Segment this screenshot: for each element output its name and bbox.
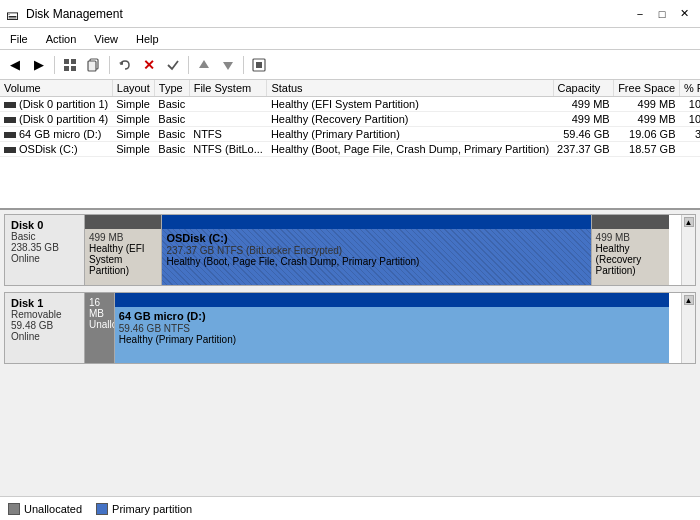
- cell-type: Basic: [154, 112, 189, 127]
- cell-pctfree: 8 %: [680, 142, 700, 157]
- col-header-freespace: Free Space: [614, 80, 680, 97]
- cell-volume: (Disk 0 partition 1): [0, 97, 112, 112]
- toolbar-separator-1: [54, 56, 55, 74]
- col-header-type: Type: [154, 80, 189, 97]
- partition-size: 499 MB: [596, 232, 665, 243]
- disk-header: Disk 1 Removable 59.48 GB Online 16 MB U…: [5, 293, 695, 363]
- cell-fs: NTFS: [189, 127, 267, 142]
- toolbar-separator-3: [188, 56, 189, 74]
- toolbar-back[interactable]: ◀: [4, 54, 26, 76]
- svg-marker-8: [223, 62, 233, 70]
- cell-volume: 64 GB micro (D:): [0, 127, 112, 142]
- disk-table: Volume Layout Type File System Status Ca…: [0, 80, 700, 157]
- menu-bar: File Action View Help: [0, 28, 700, 50]
- title-bar: 🖴 Disk Management − □ ✕: [0, 0, 700, 28]
- partition-info: Healthy (Recovery Partition): [596, 243, 665, 276]
- partition-size: 16 MB: [89, 297, 110, 319]
- graphic-area: Disk 0 Basic 238.35 GB Online 499 MB Hea…: [0, 210, 700, 496]
- partition-info: Unallocated: [89, 319, 110, 330]
- table-row[interactable]: OSDisk (C:)SimpleBasicNTFS (BitLo...Heal…: [0, 142, 700, 157]
- table-row[interactable]: (Disk 0 partition 4)SimpleBasicHealthy (…: [0, 112, 700, 127]
- disk-label: Disk 1 Removable 59.48 GB Online: [5, 293, 85, 363]
- scroll-indicator[interactable]: ▲: [681, 293, 695, 363]
- disk-label-type: Removable: [11, 309, 78, 320]
- svg-rect-0: [64, 59, 69, 64]
- disk-table-area: Volume Layout Type File System Status Ca…: [0, 80, 700, 210]
- window-title: Disk Management: [26, 7, 123, 21]
- disk-block: Disk 1 Removable 59.48 GB Online 16 MB U…: [4, 292, 696, 364]
- partition-size: 59.46 GB NTFS: [119, 323, 665, 334]
- minimize-button[interactable]: −: [630, 4, 650, 24]
- maximize-button[interactable]: □: [652, 4, 672, 24]
- partition-header-bar: [115, 293, 669, 307]
- cell-volume: (Disk 0 partition 4): [0, 112, 112, 127]
- cell-pctfree: 32 %: [680, 127, 700, 142]
- cell-freespace: 18.57 GB: [614, 142, 680, 157]
- cell-fs: NTFS (BitLo...: [189, 142, 267, 157]
- cell-fs: [189, 97, 267, 112]
- toolbar-check[interactable]: [162, 54, 184, 76]
- cell-status: Healthy (Boot, Page File, Crash Dump, Pr…: [267, 142, 553, 157]
- partition-info: Healthy (Boot, Page File, Crash Dump, Pr…: [166, 256, 586, 267]
- partition-size: 237.37 GB NTFS (BitLocker Encrypted): [166, 245, 586, 256]
- menu-action[interactable]: Action: [42, 32, 81, 46]
- cell-capacity: 59.46 GB: [553, 127, 614, 142]
- cell-layout: Simple: [112, 112, 154, 127]
- title-bar-left: 🖴 Disk Management: [6, 7, 123, 21]
- toolbar-copy[interactable]: [83, 54, 105, 76]
- col-header-layout: Layout: [112, 80, 154, 97]
- legend-primary-label: Primary partition: [112, 503, 192, 515]
- partition[interactable]: 499 MB Healthy (Recovery Partition): [592, 215, 669, 285]
- toolbar-view[interactable]: [59, 54, 81, 76]
- cell-status: Healthy (EFI System Partition): [267, 97, 553, 112]
- partition[interactable]: OSDisk (C:) 237.37 GB NTFS (BitLocker En…: [162, 215, 591, 285]
- legend-unallocated: Unallocated: [8, 503, 82, 515]
- legend: Unallocated Primary partition: [0, 496, 700, 520]
- toolbar-settings[interactable]: [248, 54, 270, 76]
- partition-size: 499 MB: [89, 232, 157, 243]
- app-icon: 🖴: [6, 7, 20, 21]
- menu-view[interactable]: View: [90, 32, 122, 46]
- disk-label-status: Online: [11, 253, 78, 264]
- disk-label-size: 238.35 GB: [11, 242, 78, 253]
- disk-label-name: Disk 0: [11, 219, 78, 231]
- toolbar-down[interactable]: [217, 54, 239, 76]
- table-row[interactable]: (Disk 0 partition 1)SimpleBasicHealthy (…: [0, 97, 700, 112]
- scroll-indicator[interactable]: ▲: [681, 215, 695, 285]
- main-area: Volume Layout Type File System Status Ca…: [0, 80, 700, 520]
- cell-capacity: 499 MB: [553, 112, 614, 127]
- partition-info: Healthy (EFI System Partition): [89, 243, 157, 276]
- partition-header-bar: [85, 215, 161, 229]
- svg-rect-10: [256, 62, 262, 68]
- partition[interactable]: 16 MB Unallocated: [85, 293, 115, 363]
- col-header-capacity: Capacity: [553, 80, 614, 97]
- menu-file[interactable]: File: [6, 32, 32, 46]
- cell-type: Basic: [154, 97, 189, 112]
- menu-help[interactable]: Help: [132, 32, 163, 46]
- legend-primary: Primary partition: [96, 503, 192, 515]
- toolbar-delete[interactable]: ✕: [138, 54, 160, 76]
- svg-rect-3: [71, 66, 76, 71]
- table-row[interactable]: 64 GB micro (D:)SimpleBasicNTFSHealthy (…: [0, 127, 700, 142]
- cell-freespace: 499 MB: [614, 97, 680, 112]
- legend-primary-box: [96, 503, 108, 515]
- toolbar-undo[interactable]: [114, 54, 136, 76]
- col-header-pctfree: % Free: [680, 80, 700, 97]
- cell-type: Basic: [154, 127, 189, 142]
- disk-label-type: Basic: [11, 231, 78, 242]
- partition[interactable]: 64 GB micro (D:) 59.46 GB NTFS Healthy (…: [115, 293, 669, 363]
- legend-unallocated-label: Unallocated: [24, 503, 82, 515]
- toolbar-up[interactable]: [193, 54, 215, 76]
- partition[interactable]: 499 MB Healthy (EFI System Partition): [85, 215, 162, 285]
- disk-label-size: 59.48 GB: [11, 320, 78, 331]
- col-header-volume: Volume: [0, 80, 112, 97]
- cell-layout: Simple: [112, 127, 154, 142]
- toolbar-separator-2: [109, 56, 110, 74]
- close-button[interactable]: ✕: [674, 4, 694, 24]
- svg-rect-1: [71, 59, 76, 64]
- partition-info: Healthy (Primary Partition): [119, 334, 665, 345]
- title-controls: − □ ✕: [630, 4, 694, 24]
- toolbar-separator-4: [243, 56, 244, 74]
- legend-unallocated-box: [8, 503, 20, 515]
- toolbar-forward[interactable]: ▶: [28, 54, 50, 76]
